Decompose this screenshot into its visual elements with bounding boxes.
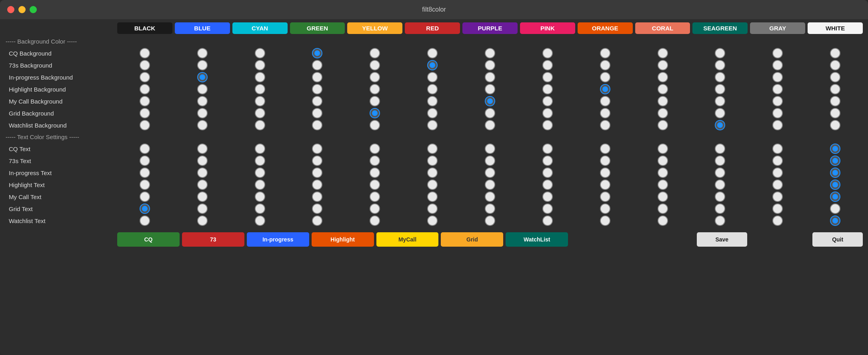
radio-btn-bg-2-2[interactable] bbox=[255, 72, 265, 82]
radio-btn-text-6-6[interactable] bbox=[485, 215, 495, 226]
radio-btn-bg-1-9[interactable] bbox=[658, 60, 668, 70]
radio-btn-bg-6-4[interactable] bbox=[370, 120, 380, 130]
radio-btn-text-6-11[interactable] bbox=[772, 215, 783, 226]
radio-btn-text-5-9[interactable] bbox=[658, 203, 668, 214]
radio-btn-text-2-11[interactable] bbox=[772, 168, 783, 178]
radio-btn-bg-3-6[interactable] bbox=[485, 84, 495, 94]
radio-btn-bg-6-5[interactable] bbox=[427, 120, 438, 130]
radio-btn-bg-1-0[interactable] bbox=[140, 60, 150, 70]
radio-btn-text-2-9[interactable] bbox=[658, 168, 668, 178]
radio-btn-text-3-11[interactable] bbox=[772, 179, 783, 190]
radio-btn-bg-6-2[interactable] bbox=[255, 120, 265, 130]
radio-btn-bg-2-1[interactable] bbox=[197, 72, 208, 82]
radio-btn-text-1-10[interactable] bbox=[715, 156, 725, 166]
radio-btn-text-0-10[interactable] bbox=[715, 144, 725, 154]
radio-btn-text-1-11[interactable] bbox=[772, 156, 783, 166]
radio-btn-bg-1-6[interactable] bbox=[485, 60, 495, 70]
radio-btn-text-0-8[interactable] bbox=[600, 144, 610, 154]
footer-btn-6[interactable]: WatchList bbox=[506, 232, 568, 247]
radio-btn-text-0-12[interactable] bbox=[830, 144, 840, 154]
radio-btn-bg-1-7[interactable] bbox=[542, 60, 553, 70]
radio-btn-bg-2-5[interactable] bbox=[427, 72, 438, 82]
radio-btn-text-5-3[interactable] bbox=[312, 203, 322, 214]
radio-btn-text-5-2[interactable] bbox=[255, 203, 265, 214]
radio-btn-text-1-2[interactable] bbox=[255, 156, 265, 166]
radio-btn-bg-2-8[interactable] bbox=[600, 72, 610, 82]
radio-btn-bg-0-10[interactable] bbox=[715, 48, 725, 58]
radio-btn-text-6-5[interactable] bbox=[427, 215, 438, 226]
radio-btn-bg-4-11[interactable] bbox=[772, 96, 783, 106]
radio-btn-bg-3-8[interactable] bbox=[600, 84, 610, 94]
radio-btn-text-1-0[interactable] bbox=[140, 156, 150, 166]
radio-btn-bg-3-10[interactable] bbox=[715, 84, 725, 94]
radio-btn-text-4-6[interactable] bbox=[485, 191, 495, 202]
footer-btn-0[interactable]: CQ bbox=[117, 232, 180, 247]
radio-btn-bg-5-10[interactable] bbox=[715, 108, 725, 118]
radio-btn-bg-5-1[interactable] bbox=[197, 108, 208, 118]
footer-btn-2[interactable]: In-progress bbox=[247, 232, 309, 247]
radio-btn-text-1-3[interactable] bbox=[312, 156, 322, 166]
radio-btn-bg-5-6[interactable] bbox=[485, 108, 495, 118]
radio-btn-bg-5-2[interactable] bbox=[255, 108, 265, 118]
radio-btn-bg-0-8[interactable] bbox=[600, 48, 610, 58]
radio-btn-bg-3-12[interactable] bbox=[830, 84, 840, 94]
radio-btn-text-3-3[interactable] bbox=[312, 179, 322, 190]
radio-btn-bg-2-4[interactable] bbox=[370, 72, 380, 82]
radio-btn-bg-2-10[interactable] bbox=[715, 72, 725, 82]
radio-btn-bg-2-0[interactable] bbox=[140, 72, 150, 82]
radio-btn-text-3-5[interactable] bbox=[427, 179, 438, 190]
radio-btn-bg-0-4[interactable] bbox=[370, 48, 380, 58]
radio-btn-bg-1-2[interactable] bbox=[255, 60, 265, 70]
radio-btn-text-6-7[interactable] bbox=[542, 215, 553, 226]
radio-btn-text-0-6[interactable] bbox=[485, 144, 495, 154]
radio-btn-text-0-3[interactable] bbox=[312, 144, 322, 154]
radio-btn-text-2-5[interactable] bbox=[427, 168, 438, 178]
radio-btn-text-4-10[interactable] bbox=[715, 191, 725, 202]
minimize-button[interactable] bbox=[18, 6, 26, 13]
radio-btn-text-4-7[interactable] bbox=[542, 191, 553, 202]
radio-btn-text-3-7[interactable] bbox=[542, 179, 553, 190]
radio-btn-bg-0-2[interactable] bbox=[255, 48, 265, 58]
radio-btn-bg-3-1[interactable] bbox=[197, 84, 208, 94]
radio-btn-text-3-0[interactable] bbox=[140, 179, 150, 190]
radio-btn-bg-5-5[interactable] bbox=[427, 108, 438, 118]
radio-btn-text-2-12[interactable] bbox=[830, 168, 840, 178]
footer-btn-5[interactable]: Grid bbox=[441, 232, 503, 247]
radio-btn-bg-5-0[interactable] bbox=[140, 108, 150, 118]
radio-btn-text-5-11[interactable] bbox=[772, 203, 783, 214]
radio-btn-text-3-2[interactable] bbox=[255, 179, 265, 190]
radio-btn-text-6-9[interactable] bbox=[658, 215, 668, 226]
radio-btn-bg-2-3[interactable] bbox=[312, 72, 322, 82]
radio-btn-bg-4-12[interactable] bbox=[830, 96, 840, 106]
radio-btn-text-4-4[interactable] bbox=[370, 191, 380, 202]
radio-btn-text-0-0[interactable] bbox=[140, 144, 150, 154]
maximize-button[interactable] bbox=[30, 6, 37, 13]
radio-btn-text-3-1[interactable] bbox=[197, 179, 208, 190]
radio-btn-bg-1-4[interactable] bbox=[370, 60, 380, 70]
radio-btn-text-6-1[interactable] bbox=[197, 215, 208, 226]
radio-btn-bg-1-10[interactable] bbox=[715, 60, 725, 70]
radio-btn-text-5-10[interactable] bbox=[715, 203, 725, 214]
radio-btn-bg-2-11[interactable] bbox=[772, 72, 783, 82]
radio-btn-text-6-2[interactable] bbox=[255, 215, 265, 226]
radio-btn-text-3-10[interactable] bbox=[715, 179, 725, 190]
radio-btn-text-5-5[interactable] bbox=[427, 203, 438, 214]
radio-btn-bg-1-3[interactable] bbox=[312, 60, 322, 70]
radio-btn-text-0-2[interactable] bbox=[255, 144, 265, 154]
footer-btn-3[interactable]: Highlight bbox=[312, 232, 374, 247]
radio-btn-bg-1-5[interactable] bbox=[427, 60, 438, 70]
radio-btn-bg-3-5[interactable] bbox=[427, 84, 438, 94]
radio-btn-bg-2-6[interactable] bbox=[485, 72, 495, 82]
radio-btn-bg-1-12[interactable] bbox=[830, 60, 840, 70]
radio-btn-text-4-3[interactable] bbox=[312, 191, 322, 202]
radio-btn-bg-6-1[interactable] bbox=[197, 120, 208, 130]
radio-btn-text-0-11[interactable] bbox=[772, 144, 783, 154]
radio-btn-text-2-4[interactable] bbox=[370, 168, 380, 178]
radio-btn-bg-5-12[interactable] bbox=[830, 108, 840, 118]
radio-btn-bg-3-0[interactable] bbox=[140, 84, 150, 94]
radio-btn-text-4-9[interactable] bbox=[658, 191, 668, 202]
radio-btn-text-0-4[interactable] bbox=[370, 144, 380, 154]
radio-btn-bg-4-6[interactable] bbox=[485, 96, 495, 106]
radio-btn-bg-4-10[interactable] bbox=[715, 96, 725, 106]
radio-btn-text-1-12[interactable] bbox=[830, 156, 840, 166]
